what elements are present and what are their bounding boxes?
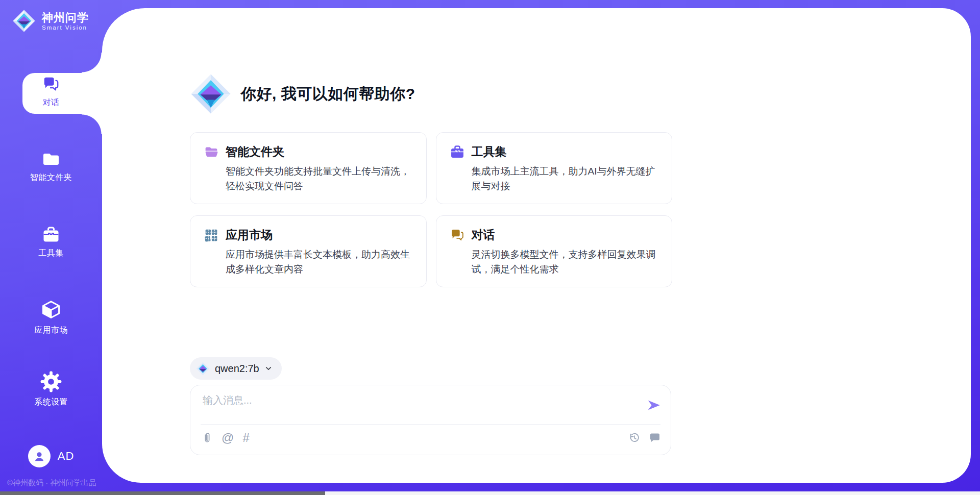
card-header: 智能文件夹	[204, 144, 413, 160]
composer-toolbar-right	[628, 431, 660, 443]
greeting-text: 你好, 我可以如何帮助你?	[241, 84, 415, 105]
card-header: 工具集	[450, 144, 659, 160]
sidebar-item-label: 应用市场	[34, 325, 68, 336]
feature-cards: 智能文件夹 智能文件夹功能支持批量文件上传与清洗，轻松实现文件问答 工具集 集成…	[190, 132, 672, 287]
toolbox-icon	[450, 144, 465, 160]
sidebar-item-label: 智能文件夹	[30, 172, 72, 183]
card-toolset[interactable]: 工具集 集成市场上主流工具，助力AI与外界无缝扩展与对接	[436, 132, 673, 204]
composer-divider	[201, 424, 660, 425]
user-initials: AD	[58, 450, 75, 463]
quick-reply-bubble-icon[interactable]	[648, 431, 660, 443]
brand-name: 神州问学	[42, 11, 89, 24]
sidebar-item-label: 对话	[43, 97, 60, 108]
card-header: 对话	[450, 227, 659, 243]
window-bottom-edge-right	[325, 491, 980, 495]
sidebar-item-chat[interactable]: 对话	[0, 76, 102, 108]
assistant-diamond-logo-icon	[190, 73, 232, 115]
history-icon[interactable]	[628, 432, 640, 443]
chat-bubbles-icon	[42, 76, 60, 93]
chevron-down-icon	[264, 364, 273, 373]
model-name: qwen2:7b	[215, 363, 259, 375]
card-chat[interactable]: 对话 灵活切换多模型文件，支持多样回复效果调试，满足个性化需求	[436, 215, 673, 287]
card-app-market[interactable]: 应用市场 应用市场提供丰富长文本模板，助力高效生成多样化文章内容	[190, 215, 427, 287]
card-smart-folder[interactable]: 智能文件夹 智能文件夹功能支持批量文件上传与清洗，轻松实现文件问答	[190, 132, 427, 204]
sidebar-item-app-market[interactable]: 应用市场	[0, 299, 102, 336]
card-description: 智能文件夹功能支持批量文件上传与清洗，轻松实现文件问答	[226, 164, 413, 193]
folder-open-icon	[204, 144, 219, 160]
folder-icon	[41, 151, 61, 168]
toolbox-icon	[41, 226, 61, 243]
app-window: 神州问学 Smart Vision 对话 智能文件夹 工具集	[0, 0, 980, 495]
tab-fillet-top	[82, 53, 102, 73]
copyright-footer: ©神州数码 · 神州问学出品	[7, 478, 96, 488]
sidebar-item-smart-folder[interactable]: 智能文件夹	[0, 151, 102, 183]
composer-toolbar: @ #	[202, 431, 250, 444]
card-title: 工具集	[472, 144, 507, 160]
avatar	[28, 445, 51, 467]
card-title: 智能文件夹	[226, 144, 284, 160]
send-button[interactable]	[646, 398, 662, 413]
window-bottom-edge-left	[0, 491, 325, 495]
message-composer: @ #	[190, 385, 671, 455]
tab-fillet-bottom	[82, 114, 102, 134]
mention-icon[interactable]: @	[222, 432, 234, 444]
sidebar-item-settings[interactable]: 系统设置	[0, 371, 102, 408]
model-selector[interactable]: qwen2:7b	[190, 357, 282, 380]
brand-diamond-logo-icon	[12, 9, 36, 33]
card-description: 应用市场提供丰富长文本模板，助力高效生成多样化文章内容	[226, 247, 413, 277]
chat-bubbles-icon	[450, 228, 465, 243]
card-header: 应用市场	[204, 227, 413, 243]
model-diamond-logo-icon	[196, 362, 210, 376]
sidebar-item-label: 系统设置	[34, 397, 68, 408]
user-account[interactable]: AD	[0, 445, 102, 467]
brand-logo-block: 神州问学 Smart Vision	[12, 9, 89, 33]
sidebar-item-toolset[interactable]: 工具集	[0, 226, 102, 259]
card-title: 对话	[472, 227, 495, 243]
message-input[interactable]	[202, 392, 638, 421]
gear-icon	[40, 371, 62, 392]
attachment-icon[interactable]	[202, 431, 213, 444]
cube-icon	[41, 299, 61, 320]
tile-grid-icon	[204, 228, 219, 243]
sidebar-item-label: 工具集	[38, 248, 64, 259]
card-description: 灵活切换多模型文件，支持多样回复效果调试，满足个性化需求	[472, 247, 659, 277]
card-title: 应用市场	[226, 227, 273, 243]
hashtag-icon[interactable]: #	[242, 432, 249, 444]
send-plane-icon	[646, 398, 662, 413]
brand-subtitle: Smart Vision	[42, 24, 89, 31]
person-icon	[33, 450, 46, 463]
greeting-block: 你好, 我可以如何帮助你?	[190, 73, 415, 115]
card-description: 集成市场上主流工具，助力AI与外界无缝扩展与对接	[472, 164, 659, 193]
